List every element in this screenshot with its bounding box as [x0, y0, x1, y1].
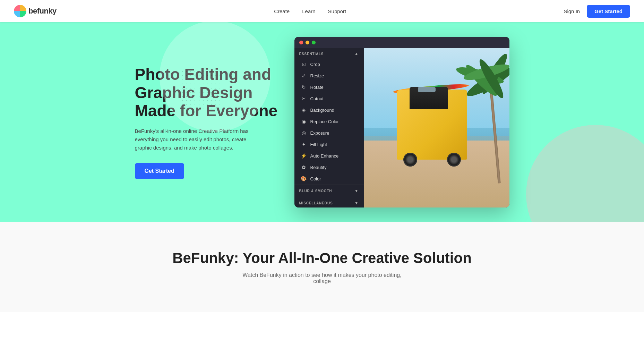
sidebar-item-cutout[interactable]: ✂ Cutout: [296, 93, 362, 104]
sidebar-item-rotate-label: Rotate: [310, 85, 324, 90]
crop-icon: ⊡: [301, 61, 307, 67]
cutout-icon: ✂: [301, 96, 307, 101]
photo-canvas: [364, 48, 509, 207]
sidebar-item-beautify[interactable]: ✿ Beautify: [296, 162, 362, 173]
hero-section: Photo Editing and Graphic Design Made fo…: [0, 0, 644, 222]
nav-right: Sign In Get Started: [564, 5, 630, 18]
sidebar-item-resize[interactable]: ⤢ Resize: [296, 70, 362, 81]
bottom-title: BeFunky: Your All-In-One Creative Soluti…: [14, 250, 630, 266]
sidebar-item-beautify-label: Beautify: [310, 165, 327, 170]
auto-enhance-icon: ⚡: [301, 153, 307, 159]
exposure-icon: ◎: [301, 130, 307, 136]
bottom-subtitle: Watch BeFunky in action to see how it ma…: [235, 272, 409, 285]
deco-circle-2: [526, 125, 644, 222]
window-maximize-dot: [312, 41, 316, 44]
hero-content: Photo Editing and Graphic Design Made fo…: [114, 23, 530, 221]
bottom-section: BeFunky: Your All-In-One Creative Soluti…: [0, 222, 644, 312]
sidebar-item-resize-label: Resize: [310, 73, 324, 78]
van-wheels: [397, 153, 467, 167]
sidebar-item-crop-label: Crop: [310, 62, 320, 67]
resize-icon: ⤢: [301, 73, 307, 78]
window-titlebar: [294, 37, 509, 48]
sidebar-item-background[interactable]: ◈ Background: [296, 104, 362, 116]
sidebar-item-cutout-label: Cutout: [310, 96, 324, 101]
van-wheel-left: [403, 153, 417, 167]
miscellaneous-section-header[interactable]: MISCELLANEOUS ▼: [294, 197, 364, 207]
nav-get-started-button[interactable]: Get Started: [587, 5, 630, 18]
van: [393, 72, 473, 160]
sidebar-item-fill-light[interactable]: ✦ Fill Light: [296, 139, 362, 150]
sidebar-item-exposure-label: Exposure: [310, 130, 329, 136]
nav-create[interactable]: Create: [274, 8, 290, 14]
essentials-label: ESSENTIALS: [299, 52, 324, 56]
sidebar-item-rotate[interactable]: ↻ Rotate: [296, 82, 362, 93]
nav-links: Create Learn Support: [274, 8, 346, 14]
hero-title: Photo Editing and Graphic Design Made fo…: [135, 65, 281, 120]
miscellaneous-chevron-icon: ▼: [354, 201, 359, 205]
hero-subtitle: BeFunky's all-in-one online Creative Pla…: [135, 127, 260, 152]
nav-learn[interactable]: Learn: [302, 8, 315, 14]
window-close-dot: [299, 41, 303, 44]
van-wheel-right: [447, 153, 461, 167]
van-rear-window: [418, 87, 435, 92]
blur-smooth-chevron-icon: ▼: [354, 188, 359, 193]
logo-text: befunky: [28, 7, 57, 16]
blur-smooth-label: BLUR & SMOOTH: [299, 189, 332, 193]
sidebar-item-auto-enhance-label: Auto Enhance: [310, 153, 339, 159]
sidebar-item-fill-light-label: Fill Light: [310, 142, 327, 147]
sidebar-item-crop[interactable]: ⊡ Crop: [296, 59, 362, 70]
rotate-icon: ↻: [301, 84, 307, 90]
fill-light-icon: ✦: [301, 142, 307, 147]
nav-support[interactable]: Support: [328, 8, 346, 14]
hero-cta-button[interactable]: Get Started: [135, 163, 184, 179]
miscellaneous-label: MISCELLANEOUS: [299, 201, 333, 205]
beautify-icon: ✿: [301, 164, 307, 170]
app-sidebar: ESSENTIALS ▲ ⊡ Crop ⤢ Resize ↻ Rotate: [294, 48, 364, 207]
window-body: ESSENTIALS ▲ ⊡ Crop ⤢ Resize ↻ Rotate: [294, 48, 509, 207]
sidebar-item-color-label: Color: [310, 176, 321, 181]
logo-icon: [14, 5, 26, 17]
sidebar-item-auto-enhance[interactable]: ⚡ Auto Enhance: [296, 150, 362, 161]
hero-text-block: Photo Editing and Graphic Design Made fo…: [135, 65, 281, 179]
sidebar-item-background-label: Background: [310, 108, 334, 113]
window-minimize-dot: [306, 41, 309, 44]
essentials-chevron-icon: ▲: [354, 51, 359, 56]
van-body: [397, 90, 467, 160]
essentials-section-header[interactable]: ESSENTIALS ▲: [294, 48, 364, 58]
sidebar-item-exposure[interactable]: ◎ Exposure: [296, 127, 362, 138]
beach-photo: [364, 48, 509, 207]
navbar: befunky Create Learn Support Sign In Get…: [0, 0, 644, 22]
sidebar-item-replace-color-label: Replace Color: [310, 119, 339, 124]
app-window: ESSENTIALS ▲ ⊡ Crop ⤢ Resize ↻ Rotate: [294, 37, 509, 207]
background-icon: ◈: [301, 107, 307, 113]
sign-in-button[interactable]: Sign In: [564, 8, 580, 14]
replace-color-icon: ◉: [301, 119, 307, 124]
sidebar-item-replace-color[interactable]: ◉ Replace Color: [296, 116, 362, 127]
sidebar-item-color[interactable]: 🎨 Color: [296, 173, 362, 184]
blur-smooth-section-header[interactable]: BLUR & SMOOTH ▼: [294, 185, 364, 197]
van-roof: [410, 87, 448, 109]
color-icon: 🎨: [301, 176, 307, 181]
logo-link[interactable]: befunky: [14, 5, 57, 17]
